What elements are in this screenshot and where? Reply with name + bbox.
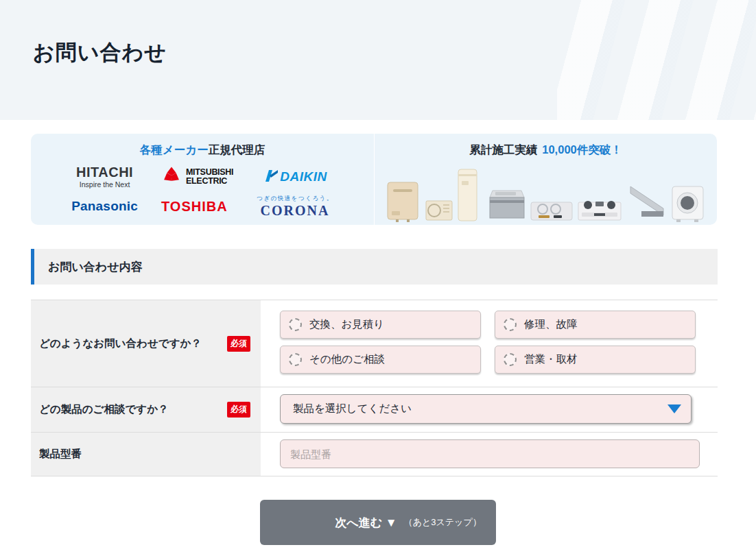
- banner-results-title-highlight: 10,000件突破！: [542, 143, 622, 156]
- page-header: お問い合わせ: [0, 0, 756, 120]
- required-badge: 必須: [227, 402, 250, 418]
- inquiry-type-label: どのようなお問い合わせですか？: [39, 337, 202, 351]
- banner-results-title-text: 累計施工実績: [469, 143, 537, 156]
- product-select-label: どの製品のご相談ですか？: [39, 402, 169, 417]
- banner-results-half: 累計施工実績10,000件突破！: [374, 134, 717, 225]
- radio-option-label: 交換、お見積り: [309, 317, 384, 332]
- product-select-label-cell: どの製品のご相談ですか？ 必須: [31, 387, 261, 432]
- banner-dealer-title-highlight: 各種メーカー: [140, 143, 209, 156]
- inquiry-form-table: どのようなお問い合わせですか？ 必須 交換、お見積り 修理、故障 その他のご相談: [31, 300, 718, 476]
- section-title: お問い合わせ内容: [48, 259, 143, 275]
- dealer-banner: 各種メーカー正規代理店 HITACHI Inspire the Next: [31, 134, 717, 225]
- radio-option-label: 営業・取材: [524, 352, 578, 367]
- daikin-mark-icon: [263, 170, 278, 184]
- gas-dryer-image: [671, 185, 705, 222]
- next-step-button[interactable]: 次へ進む ▼ （あと3ステップ）: [260, 500, 496, 545]
- form-row-product-select: どの製品のご相談ですか？ 必須 製品を選択してください: [31, 387, 718, 433]
- radio-option-label: その他のご相談: [309, 352, 385, 367]
- hitachi-logo: HITACHI Inspire the Next: [71, 165, 138, 189]
- next-step-button-note: （あと3ステップ）: [404, 516, 482, 529]
- heat-pump-outdoor-unit-image: [425, 197, 453, 222]
- banner-results-title: 累計施工実績10,000件突破！: [375, 143, 717, 158]
- gas-stove-image: [578, 196, 622, 222]
- range-hood-image: [626, 185, 666, 222]
- water-heater-image: [386, 181, 421, 222]
- submit-area: 次へ進む ▼ （あと3ステップ）: [0, 500, 756, 545]
- model-number-label: 製品型番: [39, 447, 82, 461]
- panasonic-logo: Panasonic: [71, 199, 138, 214]
- radio-circle-icon: [289, 318, 302, 331]
- page-title: お問い合わせ: [0, 0, 756, 67]
- radio-option-repair-malfunction[interactable]: 修理、故障: [495, 311, 696, 339]
- dishwasher-image: [483, 186, 525, 222]
- ih-cooktop-image: [530, 197, 573, 222]
- mitsubishi-electric-logo: MITSUBISHI ELECTRIC: [161, 165, 233, 189]
- form-row-model-number: 製品型番: [31, 433, 718, 476]
- model-number-input[interactable]: [280, 439, 700, 468]
- product-select-value: 製品を選択してください: [293, 402, 412, 416]
- banner-dealer-half: 各種メーカー正規代理店 HITACHI Inspire the Next: [31, 134, 374, 225]
- hot-water-tank-image: [458, 169, 478, 222]
- radio-option-sales-media[interactable]: 営業・取材: [495, 346, 696, 374]
- product-select-dropdown[interactable]: 製品を選択してください: [280, 394, 692, 424]
- radio-circle-icon: [289, 353, 302, 366]
- model-number-label-cell: 製品型番: [31, 433, 261, 476]
- product-select-cell: 製品を選択してください: [261, 387, 718, 432]
- daikin-logo: DAIKIN: [257, 169, 333, 184]
- radio-option-exchange-estimate[interactable]: 交換、お見積り: [280, 311, 481, 339]
- corona-logo: つぎの快適をつくろう。 CORONA: [257, 195, 333, 218]
- inquiry-type-options: 交換、お見積り 修理、故障 その他のご相談 営業・取材: [280, 311, 718, 374]
- mitsubishi-wordmark: MITSUBISHI ELECTRIC: [186, 168, 233, 186]
- form-row-inquiry-type: どのようなお問い合わせですか？ 必須 交換、お見積り 修理、故障 その他のご相談: [31, 300, 718, 387]
- radio-circle-icon: [504, 318, 517, 331]
- section-header-inquiry-content: お問い合わせ内容: [31, 249, 718, 285]
- inquiry-type-options-cell: 交換、お見積り 修理、故障 その他のご相談 営業・取材: [261, 300, 718, 387]
- model-number-cell: [261, 433, 718, 476]
- banner-dealer-title: 各種メーカー正規代理店: [31, 143, 374, 158]
- radio-circle-icon: [504, 353, 517, 366]
- mitsubishi-diamonds-icon: [161, 165, 182, 189]
- required-badge: 必須: [227, 336, 250, 352]
- toshiba-logo: TOSHIBA: [161, 199, 233, 215]
- chevron-down-icon: [668, 404, 681, 413]
- inquiry-type-label-cell: どのようなお問い合わせですか？ 必須: [31, 300, 261, 387]
- next-step-button-label: 次へ進む ▼: [335, 515, 397, 531]
- radio-option-label: 修理、故障: [524, 317, 578, 332]
- product-images-row: [375, 166, 717, 222]
- brand-logo-grid: HITACHI Inspire the Next MITSUBISHI EL: [31, 165, 374, 218]
- radio-option-other-consultation[interactable]: その他のご相談: [280, 346, 481, 374]
- banner-dealer-title-rest: 正規代理店: [209, 143, 265, 156]
